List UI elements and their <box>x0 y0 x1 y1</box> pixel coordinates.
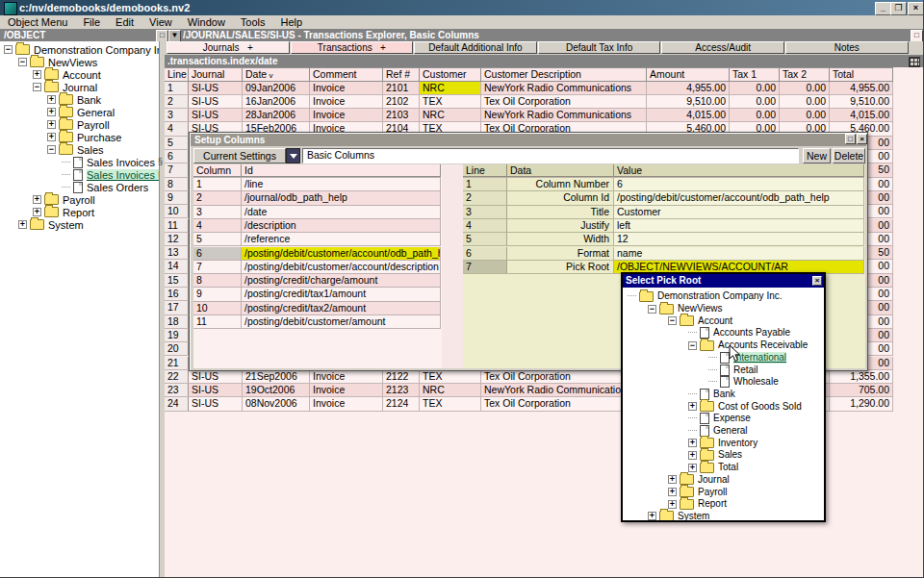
expander-plus-icon[interactable]: + <box>33 208 41 216</box>
tree-item-bank[interactable]: +Bank <box>0 93 101 106</box>
cell-line-number[interactable]: 7 <box>463 261 507 274</box>
tree-item-demonstration-company-inc[interactable]: −Demonstration Company Inc. <box>0 43 159 56</box>
cell-data-label[interactable]: Width <box>507 233 614 246</box>
expander-plus-icon[interactable]: + <box>33 70 41 79</box>
cell-line-number[interactable]: 4 <box>463 219 507 233</box>
cell-line[interactable]: 4 <box>165 122 189 135</box>
cell-tax1[interactable]: 0.00 <box>730 82 780 94</box>
tree-item-label[interactable]: System <box>678 511 709 520</box>
cell-customer[interactable]: NRC <box>420 109 481 121</box>
cell-total[interactable]: 9,510.00 <box>830 95 893 108</box>
cell-line[interactable]: 23 <box>165 384 189 396</box>
cell-description[interactable]: NewYork Radio Communications <box>481 109 647 121</box>
cell-line-number[interactable]: 2 <box>463 191 507 205</box>
tree-item-label[interactable]: Payroll <box>698 487 728 498</box>
cell-line[interactable]: 11 <box>165 219 189 232</box>
cell-date[interactable]: 19Oct2006 <box>243 384 310 396</box>
tree-item-label[interactable]: Report <box>63 207 94 218</box>
cell-ref[interactable]: 2122 <box>383 370 420 383</box>
tree-item-sales-invoices-us[interactable]: Sales Invoices US$ <box>0 168 159 181</box>
cell-ref[interactable]: 2103 <box>383 109 420 121</box>
cell-column-number[interactable]: 6 <box>193 247 242 260</box>
cell-date[interactable]: 21Sep2006 <box>243 370 310 383</box>
tree-item-label[interactable]: Sales Invoices US$ <box>87 169 159 181</box>
expander-plus-icon[interactable]: + <box>47 108 56 116</box>
tree-item-retail[interactable]: Retail <box>623 364 758 376</box>
cell-description[interactable]: NewYork Radio Communications <box>481 82 647 94</box>
tree-item-label[interactable]: System <box>48 219 84 231</box>
expander-plus-icon[interactable]: + <box>47 95 56 104</box>
tree-item-payroll[interactable]: +Payroll <box>0 118 110 131</box>
cell-line[interactable]: 16 <box>165 288 189 300</box>
cell-line[interactable]: 24 <box>165 397 189 410</box>
dialog-titlebar[interactable]: Setup Columns <box>191 134 866 146</box>
cell-journal[interactable]: SI-US <box>189 95 243 108</box>
cell-line-number[interactable]: 3 <box>463 206 507 219</box>
expander-plus-icon[interactable]: + <box>688 464 697 472</box>
dialog-titlebar[interactable]: Select Pick Root <box>623 274 824 288</box>
cell-comment[interactable]: Invoice <box>310 370 383 383</box>
cell-column-id[interactable]: /posting/credit/charge/amount <box>242 274 441 287</box>
expander-plus-icon[interactable]: + <box>33 195 41 204</box>
cell-tax1[interactable]: 0.00 <box>730 95 780 108</box>
cell-line[interactable]: 22 <box>165 370 189 383</box>
cell-line[interactable]: 7 <box>165 163 189 176</box>
tree-item-label[interactable]: Sales <box>718 449 742 461</box>
cell-line[interactable]: 13 <box>165 246 189 259</box>
expander-plus-icon[interactable]: + <box>18 220 27 229</box>
tree-item-label[interactable]: General <box>77 107 115 118</box>
new-button[interactable]: New <box>803 148 831 163</box>
menu-item-edit[interactable]: Edit <box>108 15 141 29</box>
expander-plus-icon[interactable]: + <box>668 500 677 509</box>
tree-item-label[interactable]: Bank <box>77 94 101 106</box>
expander-minus-icon[interactable]: − <box>688 341 697 350</box>
expander-plus-icon[interactable]: + <box>688 402 697 411</box>
window-titlebar[interactable]: c:/nv/demobooks/demobooks.nv2 _ ❐ × <box>0 0 924 15</box>
tree-item-account[interactable]: −Account <box>623 314 732 327</box>
cell-tax1[interactable]: 0.00 <box>730 109 780 121</box>
expander-plus-icon[interactable]: + <box>47 120 56 129</box>
cell-data-label[interactable]: Title <box>507 206 614 219</box>
tree-item-system[interactable]: +System <box>623 511 709 520</box>
tree-item-report[interactable]: +Report <box>623 498 727 511</box>
cell-value[interactable]: /posting/debit/customer/account/odb_path… <box>614 191 864 205</box>
cell-journal[interactable]: SI-US <box>189 370 243 383</box>
cell-customer[interactable]: TEX <box>420 370 481 383</box>
cell-line-number[interactable]: 5 <box>463 233 507 246</box>
tree-item-label[interactable]: Journal <box>63 82 97 93</box>
tree-item-label[interactable]: Accounts Payable <box>713 327 790 339</box>
tab-transactions[interactable]: Transactions + <box>291 41 414 54</box>
tree-item-label[interactable]: NewViews <box>678 303 723 314</box>
cell-line[interactable]: 14 <box>165 260 189 272</box>
tree-item-general[interactable]: +General <box>0 106 115 118</box>
cell-line[interactable]: 2 <box>165 95 189 108</box>
cell-journal[interactable]: SI-US <box>189 82 243 94</box>
expander-plus-icon[interactable]: + <box>47 133 56 141</box>
cell-line[interactable]: 12 <box>165 233 189 245</box>
cell-column-number[interactable]: 9 <box>193 288 242 300</box>
tree-item-payroll[interactable]: +Payroll <box>623 486 728 498</box>
maximize-icon[interactable]: □ <box>845 134 856 144</box>
cell-comment[interactable]: Invoice <box>310 397 383 410</box>
cell-ref[interactable]: 2101 <box>383 82 420 94</box>
tree-item-label[interactable]: Wholesale <box>733 376 779 388</box>
menu-item-help[interactable]: Help <box>273 15 311 29</box>
tree-item-system[interactable]: +System <box>0 218 84 231</box>
tree-item-sales-orders[interactable]: Sales Orders <box>0 181 148 193</box>
tree-item-label[interactable]: Inventory <box>718 438 757 449</box>
close-icon[interactable]: × <box>857 134 867 144</box>
cell-comment[interactable]: Invoice <box>310 384 383 396</box>
cell-customer[interactable]: TEX <box>420 95 481 108</box>
cell-customer[interactable]: NRC <box>420 384 481 396</box>
tree-item-expense[interactable]: Expense <box>623 413 751 425</box>
cell-line[interactable]: 6 <box>165 150 189 163</box>
cell-line[interactable]: 21 <box>165 357 189 369</box>
tree-item-report[interactable]: +Report <box>0 206 94 218</box>
cell-column-id[interactable]: /posting/debit/customer/account/descript… <box>242 261 441 273</box>
tree-item-journal[interactable]: −Journal <box>0 81 97 93</box>
cell-journal[interactable]: SI-US <box>189 397 243 410</box>
cell-column-number[interactable]: 2 <box>193 191 242 204</box>
cell-line-number[interactable]: 6 <box>463 247 507 261</box>
cell-description[interactable]: Tex Oil Corporation <box>481 95 647 108</box>
tree-item-label[interactable]: Payroll <box>77 119 110 131</box>
